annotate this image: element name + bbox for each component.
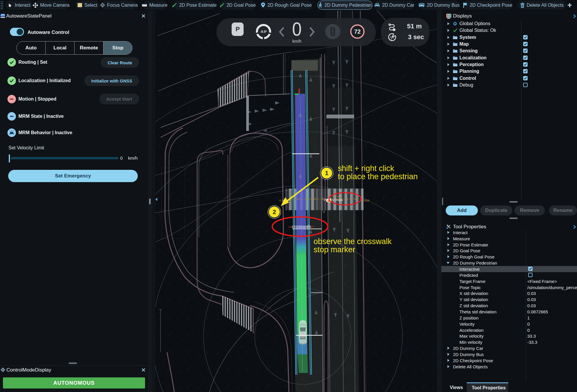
svg-text:1: 1 bbox=[325, 170, 328, 176]
svg-text:to place the pedestrian: to place the pedestrian bbox=[338, 172, 418, 181]
svg-text:0.0 m/s: 0.0 m/s bbox=[333, 195, 342, 198]
svg-text:72: 72 bbox=[354, 28, 361, 35]
svg-text:observe the crosswalk: observe the crosswalk bbox=[314, 237, 392, 246]
svg-text:2: 2 bbox=[273, 209, 276, 215]
svg-text:stop marker: stop marker bbox=[314, 245, 355, 254]
svg-text:shift + right click: shift + right click bbox=[338, 164, 394, 173]
svg-text:crosswalk: crosswalk bbox=[292, 224, 311, 229]
svg-text:-0.0°: -0.0° bbox=[260, 30, 267, 33]
svg-text:3333: 3333 bbox=[364, 199, 369, 202]
